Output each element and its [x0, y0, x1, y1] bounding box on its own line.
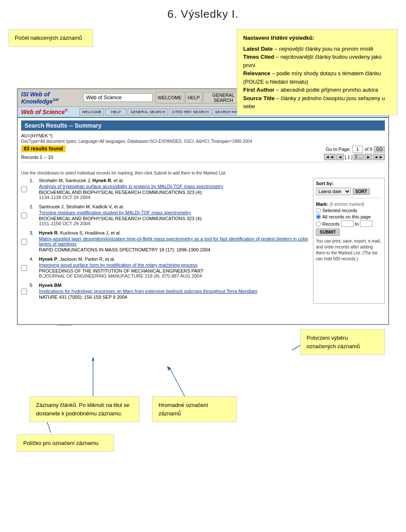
sort-select[interactable]: Latest date Times Cited Relevance First … [316, 188, 351, 195]
record-authors-1: Strohalm M, Santrucek J, Hynek R, et al. [39, 178, 309, 183]
records-range-row: Records 1 -- 10 ◄◄ ◄ [ 1 ] 2 ... ► ►► [21, 154, 385, 160]
record-journal-5: NATURE 431 (7005): 156-159 SEP 9 2004 [39, 295, 309, 300]
range-from-input[interactable] [341, 221, 354, 227]
isi-sub-logo: Web of Science® [21, 109, 68, 116]
callout-records: Záznamy článků. Po kliknutí na titul se … [30, 396, 140, 422]
record-title-link-2[interactable]: Tyrosine residues modification studied b… [39, 210, 309, 215]
welcome-tab[interactable]: WELCOME [155, 92, 184, 104]
svg-marker-4 [167, 366, 171, 371]
record-authors-5: Hynek BM [39, 283, 309, 288]
table-row: 1. Strohalm M, Santrucek J, Hynek R, et … [21, 178, 309, 200]
submit-button[interactable]: SUBMIT [316, 229, 340, 236]
callout-checkbox-text: Políčko pro označení záznamu [23, 440, 99, 446]
table-row: 2. Santrucek J, Strohalm M, Kadlcik V, e… [21, 204, 309, 226]
svg-line-3 [169, 367, 186, 399]
record-title-link-4[interactable]: Improving wood surface form by modificat… [39, 262, 309, 267]
record-journal-1: BIOCHEMICAL AND BIOPHYSICAL RESEARCH COM… [39, 190, 309, 195]
results-instruction: Use the checkboxes to select individual … [21, 171, 385, 175]
record-checkbox-5[interactable] [21, 284, 27, 300]
mark-radio-selected[interactable] [316, 208, 321, 213]
record-title-link-3[interactable]: Matrix-assisted laser desorption/ionizat… [39, 236, 309, 246]
mark-radio-range[interactable] [316, 221, 321, 226]
record-number-4: 4. [30, 256, 36, 278]
annotation-area: Záznamy článků. Po kliknutí na titul se … [17, 325, 389, 452]
record-details-1: 1134-1138 OCT 29 2004 [39, 195, 309, 200]
callout-count-text: Počet nalezených záznamů [15, 35, 82, 41]
results-query: AU=(HYNEK *) [21, 133, 385, 138]
sub-cited[interactable]: CITED REF SEARCH [169, 109, 211, 115]
last-page-button[interactable]: ►► [373, 154, 385, 160]
sort-divider [316, 198, 382, 198]
prev-page-button[interactable]: ◄ [336, 154, 344, 160]
record-content-5: Hynek BM Implications for hydrologic pro… [39, 283, 309, 300]
sort-item-5: Source Title – články z jednoho časopisu… [243, 94, 391, 111]
current-page-bracket: [ 1 ] [345, 155, 352, 160]
record-journal-2: BIOCHEMICAL AND BIOPHYSICAL RESEARCH COM… [39, 216, 309, 221]
mark-all-label: All records on this page [322, 214, 371, 219]
record-content-2: Santrucek J, Strohalm M, Kadlcik V, et a… [39, 204, 309, 226]
table-row: 5. Hynek BM Implications for hydrologic … [21, 283, 309, 300]
record-authors-2: Santrucek J, Strohalm M, Kadlcik V, et a… [39, 204, 309, 209]
divider [21, 162, 385, 162]
record-title-link-1[interactable]: Analysis of tryptophan surface accessibi… [39, 184, 309, 189]
record-number-5: 5. [30, 283, 36, 300]
help-tab[interactable]: HELP [185, 92, 203, 104]
svg-marker-2 [92, 357, 94, 361]
record-checkbox-4[interactable] [21, 257, 27, 278]
page-of-label: of 9 [365, 147, 372, 152]
record-authors-3: Hynek R, Kuckova S, Hradilova J, et al. [39, 230, 309, 235]
pagination-controls: Go to Page: of 9 GO [326, 146, 385, 153]
record-number-1: 1. [30, 178, 36, 200]
results-count-badge: 83 results found [21, 145, 66, 153]
count-badge-text: 83 results found [21, 145, 66, 152]
mark-option-selected: Selected records [316, 208, 382, 213]
record-checkbox-3[interactable] [21, 231, 27, 252]
go-to-page-label: Go to Page: [326, 147, 351, 152]
callout-records-text: Záznamy článků. Po kliknutí na titul se … [36, 402, 129, 417]
mark-records-label: Records [322, 221, 340, 226]
mark-radio-all[interactable] [316, 214, 321, 219]
records-list: 1. Strohalm M, Santrucek J, Hynek R, et … [21, 178, 309, 304]
table-row: 3. Hynek R, Kuckova S, Hradilova J, et a… [21, 230, 309, 252]
mark-label: Mark: [316, 202, 328, 207]
address-bar[interactable] [83, 93, 153, 102]
print-info: You can print, save, export, e-mail, and… [316, 238, 382, 262]
record-title-link-5[interactable]: Implications for hydrologic processes on… [39, 289, 309, 294]
first-page-button[interactable]: ◄◄ [324, 154, 336, 160]
go-button[interactable]: GO [374, 146, 385, 153]
mark-box: Mark: [0 articles marked] Selected recor… [316, 202, 382, 262]
record-checkbox-1[interactable] [21, 179, 27, 200]
records-range: Records 1 -- 10 [21, 155, 53, 160]
record-authors-4: Hynek P, Jackson M, Parkin R, et al. [39, 256, 309, 262]
sub-welcome[interactable]: WELCOME [80, 109, 104, 115]
record-content-1: Strohalm M, Santrucek J, Hynek R, et al.… [39, 178, 309, 200]
record-journal-3: RAPID COMMUNICATIONS IN MASS SPECTROMETR… [39, 247, 309, 252]
page-number-input[interactable] [352, 146, 363, 153]
record-details-2: 1151-1156 OCT 29 2004 [39, 221, 309, 226]
mark-option-range: Records to [316, 221, 382, 227]
record-checkbox-2[interactable] [21, 205, 27, 226]
next-page-button[interactable]: ► [365, 154, 372, 160]
record-details-4: B-JOURNAL OF ENGINEERING MANUFACTURE 218… [39, 273, 309, 278]
callout-sort: Nastavení třídění výsledků: Latest Date … [237, 29, 398, 115]
sub-help[interactable]: HELP [105, 109, 126, 115]
callout-confirm: Potvrzení výběru označených záznamů [300, 329, 385, 355]
sub-general[interactable]: GENERAL SEARCH [128, 109, 168, 115]
record-journal-4: PROCEEDINGS OF THE INSTITUTION OF MECHAN… [39, 268, 309, 273]
record-content-3: Hynek R, Kuckova S, Hradilova J, et al. … [39, 230, 309, 252]
range-to-input[interactable] [360, 221, 373, 227]
mark-to-label: to [355, 221, 359, 226]
browser-window: ISI Web of KnowledgeSM WELCOME HELP GENE… [17, 88, 389, 325]
sort-mark-box: Sort by: Latest date Times Cited Relevan… [313, 178, 385, 304]
results-header: Search Results -- Summary [21, 120, 385, 131]
next-pages-button[interactable]: 2 ... [354, 154, 364, 160]
sort-item-3: Relevance – podle míry shody dotazu s té… [243, 69, 391, 86]
callout-confirm-text: Potvrzení výběru označených záznamů [307, 335, 360, 349]
sort-button[interactable]: SORT [353, 188, 370, 195]
results-container: Search Results -- Summary AU=(HYNEK *) D… [18, 118, 388, 306]
sort-item-1: Latest Date – nejnovější články jsou na … [243, 45, 391, 53]
results-filters: DocType=All document types; Language=All… [21, 139, 385, 144]
sort-controls: Latest date Times Cited Relevance First … [316, 188, 382, 195]
results-columns: 1. Strohalm M, Santrucek J, Hynek R, et … [21, 178, 385, 304]
callout-bulk-text: Hromadné označení záznamů [159, 402, 208, 417]
